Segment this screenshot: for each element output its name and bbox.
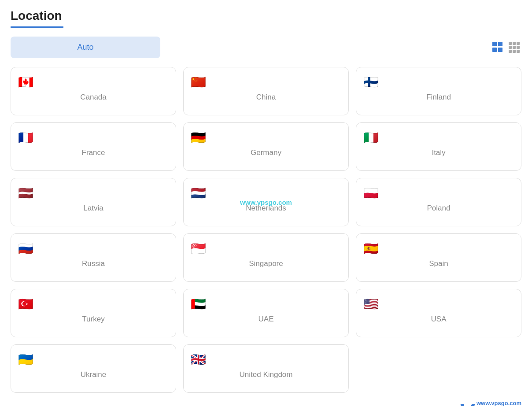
country-name-italy: Italy (363, 148, 514, 157)
flag-ukraine: 🇺🇦 (18, 354, 33, 366)
country-name-netherlands: Netherlands (191, 204, 341, 213)
country-name-singapore: Singapore (191, 259, 341, 268)
logo-url: www.vpsgo.com (477, 400, 521, 406)
location-card-ukraine[interactable]: 🇺🇦Ukraine (11, 344, 176, 393)
location-card-usa[interactable]: 🇺🇸USA (356, 289, 521, 337)
location-card-singapore[interactable]: 🇸🇬Singapore (183, 233, 349, 282)
flag-germany: 🇩🇪 (191, 132, 206, 144)
small-grid-view-toggle[interactable] (507, 40, 521, 55)
country-name-spain: Spain (363, 259, 514, 268)
flag-latvia: 🇱🇻 (18, 187, 33, 199)
location-card-finland[interactable]: 🇫🇮Finland (356, 67, 521, 115)
page-title: Location (11, 9, 521, 23)
location-card-germany[interactable]: 🇩🇪Germany (183, 122, 349, 171)
location-card-spain[interactable]: 🇪🇸Spain (356, 233, 521, 282)
logo-v-letter: V (458, 400, 474, 406)
flag-poland: 🇵🇱 (363, 187, 379, 199)
flag-spain: 🇪🇸 (363, 243, 379, 255)
location-card-uae[interactable]: 🇦🇪UAE (183, 289, 349, 337)
flag-uae: 🇦🇪 (191, 298, 206, 310)
country-name-ukraine: Ukraine (18, 370, 169, 379)
location-card-poland[interactable]: 🇵🇱Poland (356, 178, 521, 226)
location-grid: 🇨🇦Canada🇨🇳China🇫🇮Finland🇫🇷France🇩🇪German… (11, 67, 521, 337)
location-card-france[interactable]: 🇫🇷France (11, 122, 176, 171)
country-name-finland: Finland (363, 93, 514, 102)
country-name-uae: UAE (191, 315, 341, 324)
location-card-netherlands[interactable]: 🇳🇱www.vpsgo.comNetherlands (183, 178, 349, 226)
large-grid-view-toggle[interactable] (491, 40, 504, 55)
flag-finland: 🇫🇮 (363, 76, 379, 89)
flag-united-kingdom: 🇬🇧 (191, 354, 206, 366)
flag-russia: 🇷🇺 (18, 243, 33, 255)
flag-france: 🇫🇷 (18, 132, 33, 144)
country-name-canada: Canada (18, 93, 169, 102)
auto-button[interactable]: Auto (11, 37, 160, 58)
flag-usa: 🇺🇸 (363, 298, 379, 310)
title-underline (11, 26, 63, 28)
country-name-poland: Poland (363, 204, 514, 213)
country-name-latvia: Latvia (18, 204, 169, 213)
location-card-united-kingdom[interactable]: 🇬🇧United Kingdom (183, 344, 349, 393)
location-card-canada[interactable]: 🇨🇦Canada (11, 67, 176, 115)
country-name-russia: Russia (18, 259, 169, 268)
country-name-china: China (191, 93, 341, 102)
flag-canada: 🇨🇦 (18, 76, 33, 89)
flag-china: 🇨🇳 (191, 76, 206, 89)
location-card-turkey[interactable]: 🇹🇷Turkey (11, 289, 176, 337)
country-name-germany: Germany (191, 148, 341, 157)
country-name-france: France (18, 148, 169, 157)
location-card-italy[interactable]: 🇮🇹Italy (356, 122, 521, 171)
last-row: 🇺🇦Ukraine🇬🇧United Kingdom (11, 344, 521, 393)
logo-area: V www.vpsgo.com VPSGO vpsgo.com (11, 400, 521, 406)
location-card-china[interactable]: 🇨🇳China (183, 67, 349, 115)
flag-turkey: 🇹🇷 (18, 298, 33, 310)
logo-text: www.vpsgo.com VPSGO vpsgo.com (477, 400, 521, 406)
country-name-usa: USA (363, 315, 514, 324)
location-card-russia[interactable]: 🇷🇺Russia (11, 233, 176, 282)
flag-italy: 🇮🇹 (363, 132, 379, 144)
country-name-united-kingdom: United Kingdom (191, 370, 341, 379)
empty-placeholder (356, 344, 521, 393)
location-card-latvia[interactable]: 🇱🇻Latvia (11, 178, 176, 226)
country-name-turkey: Turkey (18, 315, 169, 324)
flag-singapore: 🇸🇬 (191, 243, 206, 255)
flag-netherlands: 🇳🇱 (191, 187, 206, 199)
